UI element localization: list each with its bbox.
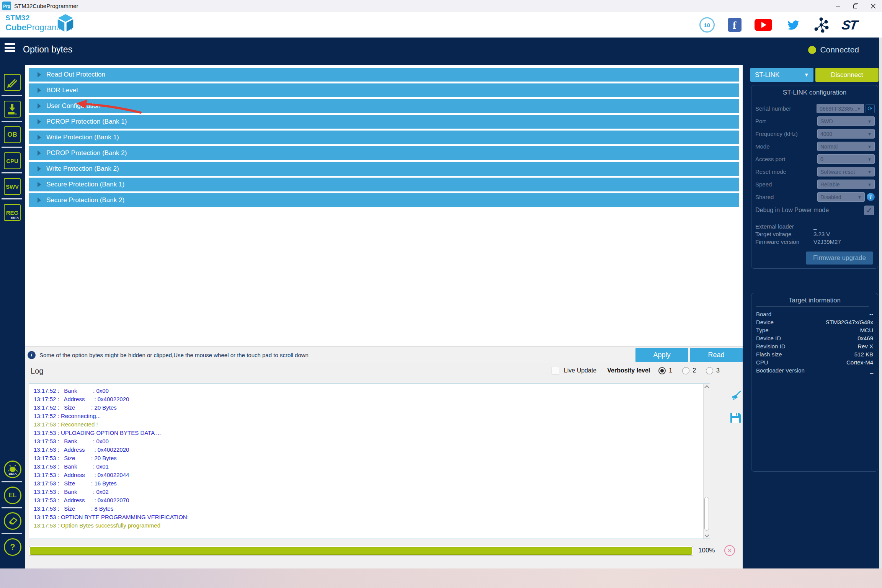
field-label: Reset mode [755,168,817,175]
option-section-bor-level[interactable]: BOR Level [29,83,739,97]
field-label: Frequency (kHz) [755,131,817,137]
stlink-field-serial-number: Serial number0669FF32385...▼⟳ [751,102,878,115]
minimize-button[interactable] [829,0,847,12]
sidebar-item-option-bytes[interactable]: OB [4,126,21,143]
option-section-write-protection-bank-1[interactable]: Write Protection (Bank 1) [29,131,739,144]
debug-low-power-checkbox[interactable]: ✓ [864,206,874,215]
facebook-icon[interactable]: f [728,18,742,32]
verbosity-radio-2[interactable] [682,367,689,374]
window-title: STM32CubeProgrammer [14,3,78,9]
expand-arrow-icon [38,182,41,187]
expand-arrow-icon [38,150,41,156]
logo-stm32: STM32 [5,14,30,22]
option-section-user-configuration[interactable]: User Configuration [29,99,739,113]
option-section-label: Read Out Protection [46,71,105,78]
option-bytes-panel: Read Out ProtectionBOR LevelUser Configu… [25,65,743,346]
window-titlebar: Prg STM32CubeProgrammer [0,0,882,12]
cpu-label: CPU [6,158,18,164]
log-line: 13:17:53 : Option Bytes successfully pro… [34,521,703,530]
option-section-secure-protection-bank-2[interactable]: Secure Protection (Bank 2) [29,193,739,207]
sidebar-item-download[interactable] [4,101,21,118]
option-section-pcrop-protection-bank-1[interactable]: PCROP Protection (Bank 1) [29,115,739,129]
sidebar-item-registers[interactable]: REG BETA [4,204,21,221]
option-section-pcrop-protection-bank-2[interactable]: PCROP Protection (Bank 2) [29,146,739,160]
app-banner: STM32 CubeProgrammer 10 f ST [0,12,882,38]
sidebar-item-cpu[interactable]: CPU [4,152,21,169]
field-value: _ [813,223,817,230]
scroll-thumb[interactable] [704,497,709,531]
progress-bar [29,546,693,556]
youtube-icon[interactable] [755,19,772,31]
disconnect-button[interactable]: Disconnect [815,68,879,82]
log-line: 13:17:53 : Reconnected ! [34,420,703,429]
save-log-button[interactable] [729,411,743,425]
frequency-khz-select[interactable]: 4000▼ [817,129,875,139]
play-glyph [761,22,766,28]
sidebar-divider [2,121,22,122]
field-value: 512 KB [854,351,873,358]
chevron-down-icon: ▼ [867,157,872,162]
field-label: Access port [755,156,817,162]
port-select[interactable]: SWD▼ [817,116,875,126]
anniversary-badge[interactable]: 10 [699,17,715,33]
option-section-label: User Configuration [46,102,101,110]
probe-selector[interactable]: ST-LINK ▼ [750,68,813,82]
option-section-write-protection-bank-2[interactable]: Write Protection (Bank 2) [29,162,739,176]
apply-button[interactable]: Apply [635,348,688,362]
speed-select[interactable]: Reliable▼ [817,180,875,189]
window-scrollbar[interactable] [879,38,882,568]
log-output: 13:17:52 : Bank : 0x0013:17:52 : Address… [29,384,710,539]
live-update-checkbox[interactable] [552,367,559,374]
sidebar-item-external-loaders[interactable]: EL [4,487,21,504]
maximize-button[interactable] [847,0,864,12]
option-section-secure-protection-bank-1[interactable]: Secure Protection (Bank 1) [29,178,739,191]
firmware-upgrade-button[interactable]: Firmware upgrade [806,252,873,265]
stlink-info-external-loader: External loader_ [751,222,878,230]
sidebar-item-fault-analyzer[interactable]: BETA [4,461,21,478]
reg-beta-badge: BETA [10,216,19,219]
clear-log-button[interactable] [729,390,743,403]
mode-select[interactable]: Normal▼ [817,142,875,151]
scroll-down-icon[interactable] [704,532,709,537]
option-section-read-out-protection[interactable]: Read Out Protection [29,68,739,82]
stlink-field-shared: SharedDisabled▼i [751,191,878,203]
field-label: Serial number [755,105,817,112]
field-value: Rev X [858,343,873,350]
sidebar-divider [2,198,22,199]
serial-number-select[interactable]: 0669FF32385...▼ [817,104,864,113]
shared-select[interactable]: Disabled▼ [817,192,865,202]
log-scrollbar[interactable] [703,384,710,539]
twitter-icon[interactable] [785,18,800,31]
help-label: ? [10,542,15,552]
expand-arrow-icon [38,135,41,140]
sidebar-item-swv[interactable]: SWV [4,178,21,195]
field-value: Software reset [820,169,855,175]
field-label: Device [756,319,774,325]
read-button[interactable]: Read [690,348,743,362]
sidebar-item-help[interactable]: ? [4,538,21,556]
access-port-select[interactable]: 0▼ [817,154,875,164]
menu-hamburger-icon[interactable] [5,43,15,52]
refresh-button[interactable]: ⟳ [866,104,875,113]
st-logo[interactable]: ST [841,18,858,33]
verbosity-radio-3[interactable] [706,367,713,374]
option-section-label: Secure Protection (Bank 2) [46,196,124,204]
shared-info-icon[interactable]: i [867,193,875,201]
sidebar-divider [2,507,22,508]
sidebar-item-eraser[interactable] [4,512,21,530]
download-icon [7,104,17,114]
log-line: 13:17:52 : Size : 20 Bytes [34,403,703,412]
verbosity-radio-1[interactable] [658,367,666,374]
target-info-row-board: Board-- [751,310,878,318]
close-button[interactable] [864,0,882,12]
sidebar-item-erasing-programming[interactable] [4,74,21,91]
scroll-up-icon[interactable] [704,385,709,390]
cancel-progress-button[interactable]: ✕ [724,545,735,556]
reset-mode-select[interactable]: Software reset▼ [817,167,875,176]
option-section-label: Secure Protection (Bank 1) [46,181,124,188]
close-icon [871,4,875,8]
debug-low-power-label: Debug in Low Power mode [755,207,864,214]
probe-label: ST-LINK [755,71,779,79]
option-section-label: PCROP Protection (Bank 1) [46,118,127,126]
st-community-icon[interactable] [813,17,829,33]
